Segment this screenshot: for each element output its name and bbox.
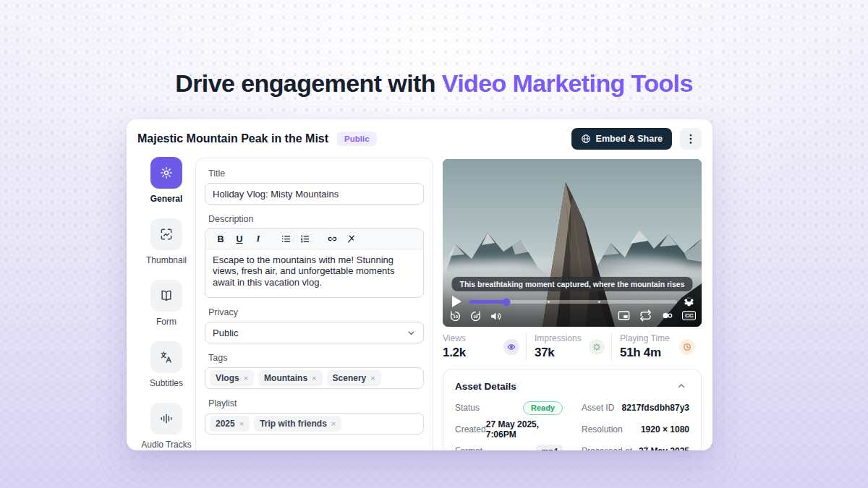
skip-forward-amount: 10 — [473, 314, 478, 319]
tag-chip-label: Mountains — [264, 373, 307, 383]
settings-gear-icon — [683, 296, 695, 308]
stat-label: Playing Time — [620, 333, 677, 343]
playlist-chip-label: Trip with friends — [260, 419, 327, 429]
status-badge: Ready — [523, 401, 563, 415]
globe-icon — [581, 134, 591, 144]
gear-icon — [150, 157, 182, 189]
tag-chip-label: Vlogs — [216, 373, 239, 383]
asset-details-right: Asset ID 8217fdsdbh87y3 Resolution 1920 … — [582, 397, 689, 450]
card-header: Majestic Mountain Peak in the Mist Publi… — [127, 119, 712, 158]
description-text[interactable]: Escape to the mountains with me! Stunnin… — [205, 249, 423, 297]
progress-fill — [469, 300, 506, 304]
settings-sidebar: General Thumbnail Form Subtitles Audio T… — [140, 157, 193, 450]
autoplay-toggle-icon[interactable] — [660, 309, 674, 322]
sidebar-label: Subtitles — [140, 378, 193, 388]
subtitle-caption: This breathtaking moment captured, where… — [452, 277, 693, 291]
play-button[interactable] — [450, 295, 463, 308]
stat-value: 51h 4m — [620, 346, 677, 360]
loop-button[interactable] — [639, 309, 652, 322]
stats-row: Views 1.2k Impressions 37k Playing Time … — [443, 327, 702, 366]
stat-value: 1.2k — [443, 346, 501, 360]
asset-row-processed: Processed at 27 May 2025 — [582, 440, 689, 450]
remove-playlist-icon[interactable]: × — [331, 419, 336, 428]
asset-row-label: Resolution — [582, 424, 623, 435]
embed-share-button[interactable]: Embed & Share — [571, 128, 672, 150]
video-preview-column: This breathtaking moment captured, where… — [443, 159, 702, 450]
page-title-highlight: Video Marketing Tools — [442, 69, 693, 97]
numbered-list-button[interactable] — [297, 231, 312, 247]
title-input[interactable] — [205, 183, 424, 205]
sparkle-icon — [589, 339, 605, 355]
collapse-button[interactable] — [676, 380, 689, 393]
book-icon — [150, 280, 182, 312]
stat-views: Views 1.2k — [443, 333, 526, 360]
progress-bar[interactable] — [469, 300, 677, 304]
stat-label: Impressions — [535, 333, 587, 343]
stat-playing-time: Playing Time 51h 4m — [611, 333, 702, 360]
clear-formatting-icon — [346, 234, 357, 244]
bullet-list-button[interactable] — [278, 231, 294, 247]
sidebar-item-general[interactable]: General — [140, 157, 193, 204]
eye-icon — [503, 339, 519, 355]
rich-text-toolbar: B U I — [205, 229, 423, 249]
playlist-label: Playlist — [208, 398, 424, 408]
forward-10-button[interactable]: 10 — [469, 309, 482, 323]
chapter-marker — [548, 301, 550, 303]
asset-row-value: 1920 × 1080 — [641, 424, 689, 435]
asset-row-label: Processed at — [582, 446, 632, 450]
tags-input[interactable]: Vlogs× Mountains× Scenery× — [205, 367, 424, 389]
bold-button[interactable]: B — [213, 231, 229, 247]
privacy-select[interactable]: Public — [205, 322, 424, 343]
asset-row-format: Format mp4 — [455, 440, 563, 450]
clear-formatting-button[interactable] — [343, 231, 359, 247]
pip-button[interactable] — [617, 309, 631, 322]
rewind-10-button[interactable]: 10 — [448, 309, 462, 323]
asset-row-value: 27 May 2025, 7:06PM — [486, 419, 563, 440]
remove-tag-icon[interactable]: × — [370, 374, 375, 382]
asset-details-panel: Asset Details Status Ready Created 27 Ma… — [443, 369, 702, 450]
visibility-badge: Public — [337, 132, 377, 146]
asset-row-label: Asset ID — [582, 403, 614, 413]
translate-icon — [150, 341, 182, 373]
sidebar-label: Audio Tracks — [140, 440, 193, 450]
remove-tag-icon[interactable]: × — [244, 374, 248, 382]
italic-button[interactable]: I — [250, 231, 266, 247]
sidebar-label: Form — [140, 317, 193, 327]
asset-row-value: 27 May 2025 — [639, 446, 689, 450]
volume-button[interactable] — [489, 309, 503, 323]
more-options-button[interactable]: ⋮ — [680, 128, 702, 150]
chevron-down-icon — [407, 328, 416, 338]
playlist-chip-label: 2025 — [216, 419, 235, 429]
playlist-input[interactable]: 2025× Trip with friends× — [205, 413, 424, 435]
asset-details-header[interactable]: Asset Details — [455, 375, 689, 397]
sidebar-item-subtitles[interactable]: Subtitles — [140, 341, 193, 388]
captions-button[interactable]: CC — [682, 311, 696, 320]
tag-chip: Vlogs× — [210, 370, 254, 386]
sidebar-item-form[interactable]: Form — [140, 280, 193, 327]
remove-tag-icon[interactable]: × — [312, 374, 316, 382]
page-title: Drive engagement with Video Marketing To… — [0, 69, 868, 98]
thumbnail-scan-icon — [150, 218, 182, 250]
play-icon — [452, 296, 461, 307]
sidebar-item-thumbnail[interactable]: Thumbnail — [140, 218, 193, 265]
progress-knob[interactable] — [502, 298, 510, 306]
link-button[interactable] — [324, 231, 340, 247]
asset-row-label: Format — [455, 446, 482, 450]
video-player[interactable]: This breathtaking moment captured, where… — [443, 159, 702, 327]
asset-row-created: Created 27 May 2025, 7:06PM — [455, 419, 563, 440]
format-badge: mp4 — [536, 445, 563, 450]
page-title-prefix: Drive engagement with — [175, 69, 435, 97]
asset-row-status: Status Ready — [455, 397, 563, 419]
sidebar-item-audio-tracks[interactable]: Audio Tracks — [140, 403, 193, 450]
underline-button[interactable]: U — [231, 231, 247, 247]
asset-row-asset-id: Asset ID 8217fdsdbh87y3 — [582, 397, 689, 419]
asset-row-resolution: Resolution 1920 × 1080 — [582, 419, 689, 440]
link-icon — [327, 234, 338, 244]
asset-details-title: Asset Details — [455, 381, 516, 392]
privacy-label: Privacy — [208, 307, 424, 317]
clock-icon — [679, 339, 695, 355]
remove-playlist-icon[interactable]: × — [239, 419, 244, 428]
player-settings-button[interactable] — [681, 294, 696, 309]
general-form-panel: Title Description B U I — [195, 158, 433, 450]
description-editor: B U I Escape to the mountains with me — [205, 228, 424, 298]
